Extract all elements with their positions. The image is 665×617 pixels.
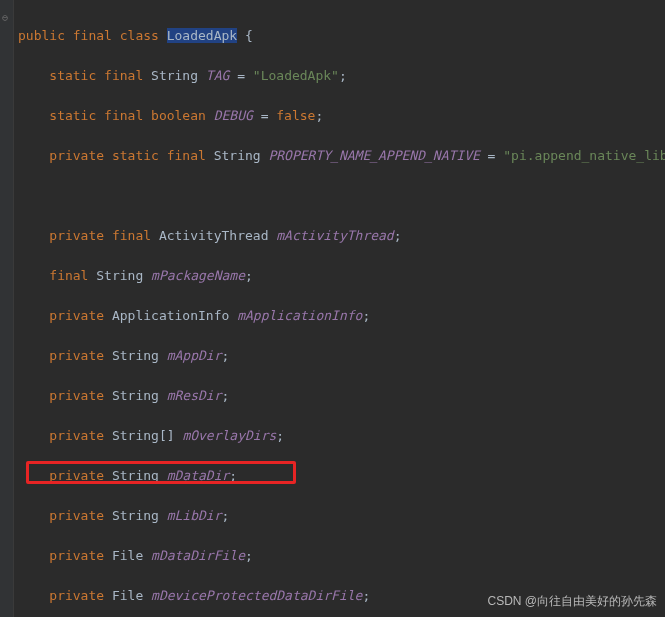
code-line: private String[] mOverlayDirs; — [18, 426, 665, 446]
code-line: static final boolean DEBUG = false; — [18, 106, 665, 126]
code-line: private final ActivityThread mActivityTh… — [18, 226, 665, 246]
code-editor[interactable]: public final class LoadedApk { static fi… — [0, 0, 665, 617]
code-line — [18, 186, 665, 206]
code-line: private String mDataDir; — [18, 466, 665, 486]
code-line: final String mPackageName; — [18, 266, 665, 286]
code-line: static final String TAG = "LoadedApk"; — [18, 66, 665, 86]
code-line: private File mDataDirFile; — [18, 546, 665, 566]
code-line: public final class LoadedApk { — [18, 26, 665, 46]
code-line: private static final String PROPERTY_NAM… — [18, 146, 665, 166]
code-line: private String mLibDir; — [18, 506, 665, 526]
selected-classname: LoadedApk — [167, 28, 237, 43]
code-line: private String mResDir; — [18, 386, 665, 406]
editor-gutter: ⊖ — [0, 0, 14, 617]
code-line: private String mAppDir; — [18, 346, 665, 366]
collapse-icon[interactable]: ⊖ — [2, 8, 11, 17]
csdn-watermark: CSDN @向往自由美好的孙先森 — [487, 591, 657, 611]
code-line: private ApplicationInfo mApplicationInfo… — [18, 306, 665, 326]
